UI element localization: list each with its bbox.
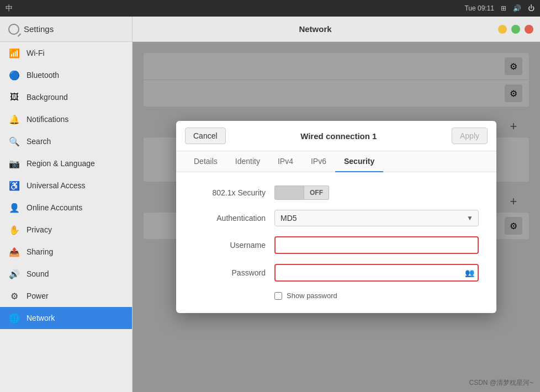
sidebar-item-region[interactable]: 📷 Region & Language [0, 152, 132, 174]
sidebar-label-background: Background [27, 93, 68, 102]
sidebar-label-privacy: Privacy [27, 225, 52, 234]
sidebar-label-bluetooth: Bluetooth [27, 71, 59, 80]
security-toggle-control: OFF [274, 186, 479, 200]
sidebar-icon-privacy: ✋ [9, 224, 20, 235]
sidebar-item-notifications[interactable]: 🔔 Notifications [0, 108, 132, 130]
username-input[interactable] [274, 236, 479, 254]
username-control [274, 236, 479, 254]
password-input[interactable] [274, 264, 479, 282]
auth-select[interactable]: MD5TLSFASTTunneled TLSProtected EAP [274, 210, 479, 226]
apply-button[interactable]: Apply [452, 128, 488, 144]
modal-overlay: Cancel Wired connection 1 Apply DetailsI… [133, 42, 540, 392]
sidebar-icon-background: 🖼 [9, 92, 20, 103]
sidebar-label-network: Network [27, 314, 55, 322]
sidebar-label-region: Region & Language [27, 159, 95, 168]
dialog: Cancel Wired connection 1 Apply DetailsI… [176, 121, 496, 313]
close-button[interactable]: × [525, 25, 533, 34]
sidebar-icon-wifi: 📶 [9, 47, 20, 59]
search-icon [8, 24, 19, 35]
topbar-left-area: 中 [6, 3, 13, 13]
cancel-button[interactable]: Cancel [185, 128, 226, 144]
show-password-row: Show password [274, 292, 479, 300]
sidebar-item-online-accounts[interactable]: 👤 Online Accounts [0, 197, 132, 219]
sidebar-item-network[interactable]: 🌐 Network [0, 307, 132, 329]
titlebar-search-area: Settings [0, 17, 133, 41]
window-controls: − □ × [498, 25, 540, 34]
sidebar-label-universal-access: Universal Access [27, 181, 86, 190]
minimize-button[interactable]: − [498, 25, 507, 34]
app-window: Settings Network − □ × 📶 Wi-Fi 🔵 Bluetoo… [0, 17, 540, 392]
dialog-tab-ipv4[interactable]: IPv4 [269, 151, 302, 172]
maximize-button[interactable]: □ [511, 25, 520, 34]
auth-label: Authentication [194, 214, 266, 223]
password-control: 👥 [274, 264, 479, 282]
dialog-tab-identity[interactable]: Identity [226, 151, 269, 172]
sidebar-icon-notifications: 🔔 [9, 114, 20, 125]
sidebar-icon-region: 📷 [9, 158, 20, 169]
toggle-track[interactable] [274, 186, 304, 200]
sidebar-icon-bluetooth: 🔵 [9, 70, 20, 81]
topbar: 中 Tue 09:11 ⊞ 🔊 ⏻ [0, 0, 540, 17]
sidebar-item-search[interactable]: 🔍 Search [0, 130, 132, 152]
sidebar-item-sharing[interactable]: 📤 Sharing [0, 241, 132, 263]
window-title: Network [133, 24, 498, 34]
security-toggle-row: 802.1x Security OFF [194, 186, 479, 200]
auth-row: Authentication MD5TLSFASTTunneled TLSPro… [194, 210, 479, 226]
settings-label: Settings [24, 24, 54, 34]
show-password-checkbox[interactable] [274, 292, 282, 300]
sidebar-label-sound: Sound [27, 269, 49, 278]
sidebar-item-bluetooth[interactable]: 🔵 Bluetooth [0, 64, 132, 86]
titlebar: Settings Network − □ × [0, 17, 540, 42]
sidebar-label-sharing: Sharing [27, 247, 53, 256]
auth-select-wrapper: MD5TLSFASTTunneled TLSProtected EAP ▼ [274, 210, 479, 226]
sidebar-icon-sharing: 📤 [9, 246, 20, 257]
sidebar-item-sound[interactable]: 🔊 Sound [0, 263, 132, 285]
sidebar-label-power: Power [27, 292, 49, 300]
show-password-label[interactable]: Show password [287, 292, 337, 300]
password-label: Password [194, 268, 266, 277]
sidebar-icon-network: 🌐 [9, 312, 20, 324]
sidebar-label-notifications: Notifications [27, 115, 68, 124]
dialog-tab-security[interactable]: Security [335, 151, 383, 172]
security-toggle-label: 802.1x Security [194, 188, 266, 197]
dialog-header: Cancel Wired connection 1 Apply [176, 121, 496, 151]
dialog-title: Wired connection 1 [300, 131, 377, 141]
right-panel: ⚙ ⚙ + + ⚙ [133, 42, 540, 392]
sidebar-item-universal-access[interactable]: ♿ Universal Access [0, 174, 132, 197]
topbar-time: Tue 09:11 [464, 4, 494, 12]
topbar-volume-icon[interactable]: 🔊 [513, 4, 521, 12]
sidebar-item-background[interactable]: 🖼 Background [0, 86, 132, 108]
sidebar-icon-power: ⚙ [9, 290, 20, 301]
dialog-tab-details[interactable]: Details [185, 151, 226, 172]
chinese-char: 中 [6, 3, 13, 13]
password-input-wrapper: 👥 [274, 264, 479, 282]
topbar-power-icon[interactable]: ⏻ [528, 4, 534, 12]
toggle-off-label[interactable]: OFF [304, 186, 329, 200]
sidebar-item-wifi[interactable]: 📶 Wi-Fi [0, 42, 132, 64]
main-content: 📶 Wi-Fi 🔵 Bluetooth 🖼 Background 🔔 Notif… [0, 42, 540, 392]
sidebar-label-wifi: Wi-Fi [27, 49, 45, 57]
topbar-network-icon[interactable]: ⊞ [501, 4, 506, 12]
sidebar-icon-universal-access: ♿ [9, 180, 20, 191]
dialog-body: 802.1x Security OFF Authentication [176, 172, 496, 313]
dialog-tabs: DetailsIdentityIPv4IPv6Security [176, 151, 496, 172]
sidebar-icon-sound: 🔊 [9, 268, 20, 279]
password-icon[interactable]: 👥 [465, 268, 474, 277]
toggle-group: OFF [274, 186, 479, 200]
username-label: Username [194, 241, 266, 250]
dialog-tab-ipv6[interactable]: IPv6 [302, 151, 335, 172]
sidebar-item-privacy[interactable]: ✋ Privacy [0, 219, 132, 241]
sidebar: 📶 Wi-Fi 🔵 Bluetooth 🖼 Background 🔔 Notif… [0, 42, 133, 392]
password-row: Password 👥 [194, 264, 479, 282]
sidebar-label-online-accounts: Online Accounts [27, 203, 82, 212]
sidebar-icon-online-accounts: 👤 [9, 202, 20, 213]
sidebar-icon-search: 🔍 [9, 136, 20, 147]
username-row: Username [194, 236, 479, 254]
sidebar-item-power[interactable]: ⚙ Power [0, 285, 132, 307]
sidebar-label-search: Search [27, 137, 51, 146]
